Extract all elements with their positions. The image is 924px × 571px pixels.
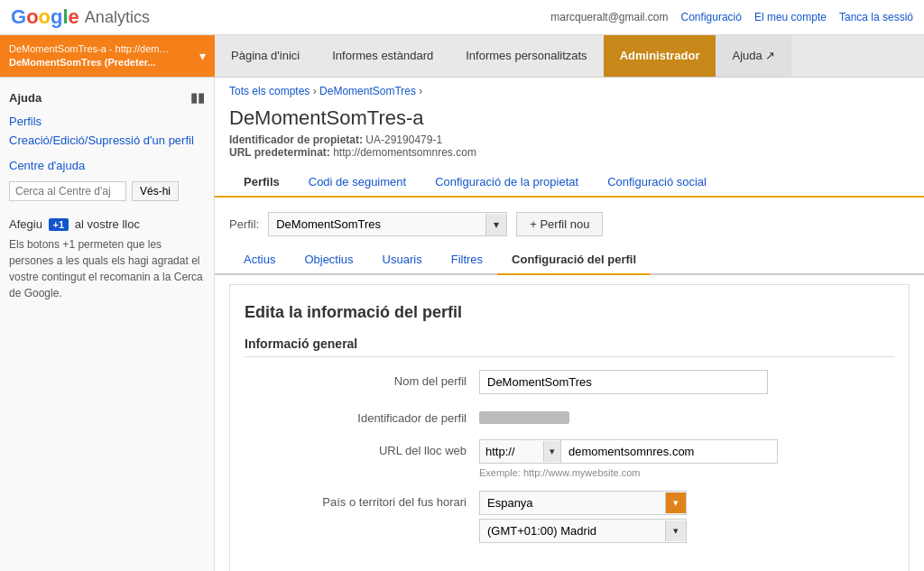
profile-select-wrapper: DeMomentSomTres ▾ <box>268 212 507 236</box>
sidebar: Ajuda ▮▮ Perfils Creació/Edició/Supressi… <box>0 78 215 571</box>
account-selector[interactable]: DeMomentSomTres-a - http://demom... DeMo… <box>0 35 215 77</box>
breadcrumb-demomoment[interactable]: DeMomentSomTres <box>319 85 416 97</box>
search-input[interactable] <box>9 181 126 201</box>
form-area: Edita la informació del perfil Informaci… <box>229 284 910 571</box>
url-protocol-arrow-icon: ▾ <box>543 441 560 462</box>
id-perfil-label: Identificador de perfil <box>245 407 479 425</box>
sidebar-header: Ajuda ▮▮ <box>0 87 214 112</box>
tab-configuracio-propietat[interactable]: Configuració de la propietat <box>420 168 593 198</box>
url-input-row: http:// ▾ <box>479 439 894 464</box>
search-button[interactable]: Vés-hi <box>132 181 179 201</box>
sidebar-title: Ajuda <box>9 91 42 105</box>
sidebar-link-creacio[interactable]: Creació/Edició/Supressió d'un perfil <box>0 131 214 150</box>
tanca-sessio-link[interactable]: Tanca la sessió <box>839 11 913 23</box>
url-domain-input[interactable] <box>561 439 778 464</box>
sidebar-link-perfils[interactable]: Perfils <box>0 112 214 131</box>
tab-codi-seguiment[interactable]: Codi de seguiment <box>294 168 420 198</box>
timezone-arrow-icon: ▾ <box>665 520 686 541</box>
property-url-value: http://demomentsomnres.com <box>333 146 476 159</box>
url-protocol-wrapper: http:// ▾ <box>479 439 561 464</box>
plus1-suffix: al vostre lloc <box>75 217 140 231</box>
nav-informes-estandard[interactable]: Informes estàndard <box>316 35 449 77</box>
url-label: URL del lloc web <box>245 439 479 457</box>
subtab-bar: Actius Objectius Usuaris Filtres Configu… <box>215 242 924 275</box>
plus1-badge: +1 <box>49 218 69 231</box>
subtab-objectius[interactable]: Objectius <box>290 245 367 275</box>
nav-informes-personalitzats[interactable]: Informes personalitzats <box>449 35 603 77</box>
country-select[interactable]: Espanya <box>480 492 665 514</box>
header-links: marcqueralt@gmail.com Configuració El me… <box>550 11 913 23</box>
nav-links: Pàgina d'inici Informes estàndard Inform… <box>215 35 924 77</box>
plus1-description: Els botons +1 permeten que les persones … <box>9 236 205 301</box>
id-perfil-row: Identificador de perfil <box>245 407 894 427</box>
sidebar-help-center-link[interactable]: Centre d'ajuda <box>9 159 205 172</box>
timezone-select[interactable]: (GMT+01:00) Madrid <box>480 520 665 542</box>
url-protocol-select[interactable]: http:// <box>480 440 543 463</box>
subtab-configuracio-perfil[interactable]: Configuració del perfil <box>497 245 651 275</box>
tab-bar: Perfils Codi de seguiment Configuració d… <box>215 168 924 198</box>
main-layout: Ajuda ▮▮ Perfils Creació/Edició/Supressi… <box>0 78 924 571</box>
nom-perfil-input[interactable] <box>479 370 768 394</box>
sidebar-plus1-section: Afegiu +1 al vostre lloc Els botons +1 p… <box>9 217 205 301</box>
sidebar-search-area: Vés-hi <box>0 178 214 205</box>
navbar: DeMomentSomTres-a - http://demom... DeMo… <box>0 35 924 78</box>
url-row: URL del lloc web http:// ▾ Exemple: http… <box>245 439 894 478</box>
configuracio-link[interactable]: Configuració <box>681 11 742 23</box>
subtab-filtres[interactable]: Filtres <box>437 245 497 275</box>
nav-pagina-inici[interactable]: Pàgina d'inici <box>215 35 316 77</box>
header: Google Analytics marcqueralt@gmail.com C… <box>0 0 924 35</box>
property-name: DeMomentSomTres-a <box>229 106 910 130</box>
sidebar-plus1-title[interactable]: Afegiu +1 al vostre lloc <box>9 217 205 231</box>
new-profile-button[interactable]: + Perfil nou <box>516 212 603 236</box>
google-logo: Google <box>11 5 79 29</box>
property-url: URL predeterminat: http://demomentsomnre… <box>229 146 910 159</box>
profile-select[interactable]: DeMomentSomTres <box>269 213 485 235</box>
id-perfil-redacted <box>479 411 569 424</box>
account-line2: DeMomentSomTres (Predeter... <box>9 56 171 69</box>
country-label: País o territori del fus horari <box>245 491 479 509</box>
tab-perfils[interactable]: Perfils <box>229 168 294 198</box>
country-wrapper: Espanya ▾ <box>479 491 687 515</box>
general-section-title: Informació general <box>245 336 894 357</box>
country-row: País o territori del fus horari Espanya … <box>245 491 894 543</box>
sidebar-collapse-icon[interactable]: ▮▮ <box>190 90 205 105</box>
plus1-prefix: Afegiu <box>9 217 42 231</box>
timezone-wrapper: (GMT+01:00) Madrid ▾ <box>479 519 687 543</box>
content-area: Tots els comptes › DeMomentSomTres › DeM… <box>215 78 924 571</box>
analytics-logo: Analytics <box>85 8 150 27</box>
subtab-usuaris[interactable]: Usuaris <box>368 245 437 275</box>
nom-perfil-label: Nom del perfil <box>245 370 479 388</box>
country-arrow-icon: ▾ <box>665 493 686 513</box>
nav-administrador[interactable]: Administrador <box>604 35 716 77</box>
country-field: Espanya ▾ (GMT+01:00) Madrid ▾ <box>479 491 894 543</box>
property-header: DeMomentSomTres-a Identificador de propi… <box>215 101 924 168</box>
breadcrumb-tots[interactable]: Tots els comptes <box>229 85 310 97</box>
property-id: Identificador de propietat: UA-29190479-… <box>229 134 910 146</box>
profile-label: Perfil: <box>229 217 259 231</box>
subtab-actius[interactable]: Actius <box>229 245 290 275</box>
chevron-down-icon: ▾ <box>199 49 206 63</box>
profile-selector-area: Perfil: DeMomentSomTres ▾ + Perfil nou <box>215 198 924 242</box>
id-perfil-field <box>479 407 894 427</box>
account-selector-text: DeMomentSomTres-a - http://demom... DeMo… <box>9 42 171 70</box>
meu-compte-link[interactable]: El meu compte <box>754 11 827 23</box>
url-example: Exemple: http://www.mywebsite.com <box>479 467 894 478</box>
breadcrumb-sep2: › <box>419 85 422 97</box>
account-line1: DeMomentSomTres-a - http://demom... <box>9 42 171 56</box>
user-email: marcqueralt@gmail.com <box>550 11 668 23</box>
chevron-down-icon: ▾ <box>485 214 506 235</box>
breadcrumb-sep1: › <box>313 85 319 97</box>
nom-perfil-field <box>479 370 894 394</box>
breadcrumb: Tots els comptes › DeMomentSomTres › <box>215 78 924 101</box>
property-id-value: UA-29190479-1 <box>365 134 442 146</box>
tab-configuracio-social[interactable]: Configuració social <box>593 168 721 198</box>
form-title: Edita la informació del perfil <box>245 303 894 322</box>
logo-area: Google Analytics <box>11 5 150 29</box>
nom-perfil-row: Nom del perfil <box>245 370 894 394</box>
url-field: http:// ▾ Exemple: http://www.mywebsite.… <box>479 439 894 478</box>
nav-ajuda[interactable]: Ajuda ↗ <box>716 35 791 77</box>
